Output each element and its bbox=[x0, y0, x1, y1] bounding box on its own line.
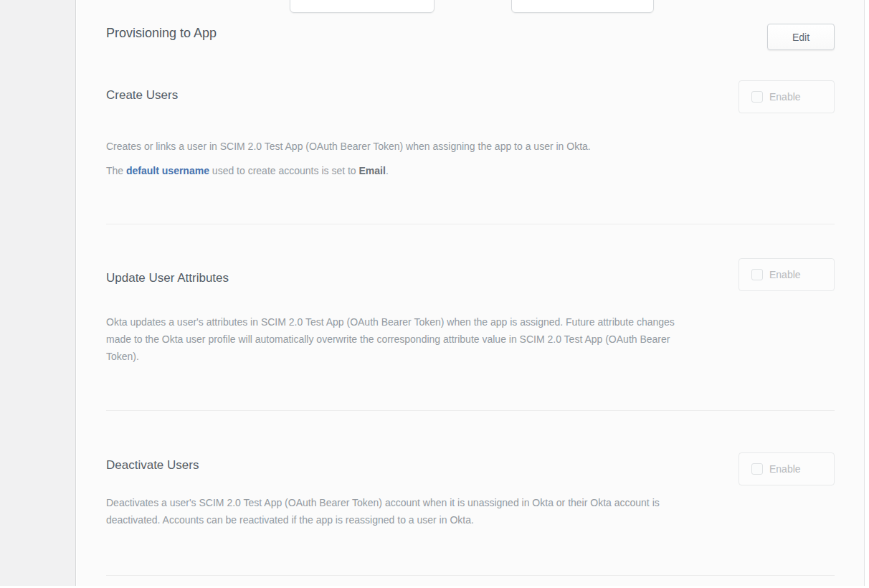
create-users-title: Create Users bbox=[106, 87, 178, 103]
enable-checkbox[interactable] bbox=[751, 91, 763, 103]
default-username-link[interactable]: default username bbox=[126, 165, 209, 176]
cropped-input-field-left[interactable] bbox=[290, 0, 434, 13]
username-value: Email bbox=[359, 165, 386, 176]
enable-label: Enable bbox=[769, 269, 801, 280]
description-line: Creates or links a user in SCIM 2.0 Test… bbox=[106, 138, 837, 155]
section-divider bbox=[106, 410, 835, 411]
username-note-middle: used to create accounts is set to bbox=[209, 165, 359, 176]
create-users-enable-toggle[interactable]: Enable bbox=[739, 80, 835, 113]
enable-checkbox[interactable] bbox=[751, 269, 763, 280]
description-line: Deactivates a user's SCIM 2.0 Test App (… bbox=[106, 494, 837, 511]
enable-checkbox[interactable] bbox=[751, 463, 763, 475]
provisioning-settings-page: Provisioning to App Edit Create Users En… bbox=[0, 0, 869, 588]
panel-right-edge bbox=[864, 0, 865, 586]
username-note-prefix: The bbox=[106, 165, 126, 176]
deactivate-users-title: Deactivate Users bbox=[106, 457, 199, 473]
create-users-description: Creates or links a user in SCIM 2.0 Test… bbox=[106, 138, 837, 155]
description-line: Okta updates a user's attributes in SCIM… bbox=[106, 313, 837, 331]
left-sidebar-gutter bbox=[0, 0, 76, 586]
description-line: Token). bbox=[106, 348, 837, 365]
section-divider bbox=[106, 224, 835, 224]
description-line: made to the Okta user profile will autom… bbox=[106, 331, 837, 348]
update-user-attributes-enable-toggle[interactable]: Enable bbox=[739, 258, 835, 291]
update-user-attributes-description: Okta updates a user's attributes in SCIM… bbox=[106, 313, 837, 365]
enable-label: Enable bbox=[769, 91, 801, 103]
provisioning-to-app-panel: Provisioning to App Edit Create Users En… bbox=[77, 0, 864, 586]
edit-button[interactable]: Edit bbox=[767, 24, 835, 50]
section-divider bbox=[106, 575, 835, 576]
description-line: deactivated. Accounts can be reactivated… bbox=[106, 511, 837, 528]
panel-title: Provisioning to App bbox=[106, 24, 217, 42]
deactivate-users-description: Deactivates a user's SCIM 2.0 Test App (… bbox=[106, 494, 837, 528]
deactivate-users-enable-toggle[interactable]: Enable bbox=[739, 452, 835, 485]
cropped-input-field-right[interactable] bbox=[511, 0, 654, 13]
update-user-attributes-title: Update User Attributes bbox=[106, 270, 229, 286]
enable-label: Enable bbox=[769, 463, 801, 475]
username-note-suffix: . bbox=[386, 165, 389, 176]
create-users-username-note: The default username used to create acco… bbox=[106, 162, 837, 179]
